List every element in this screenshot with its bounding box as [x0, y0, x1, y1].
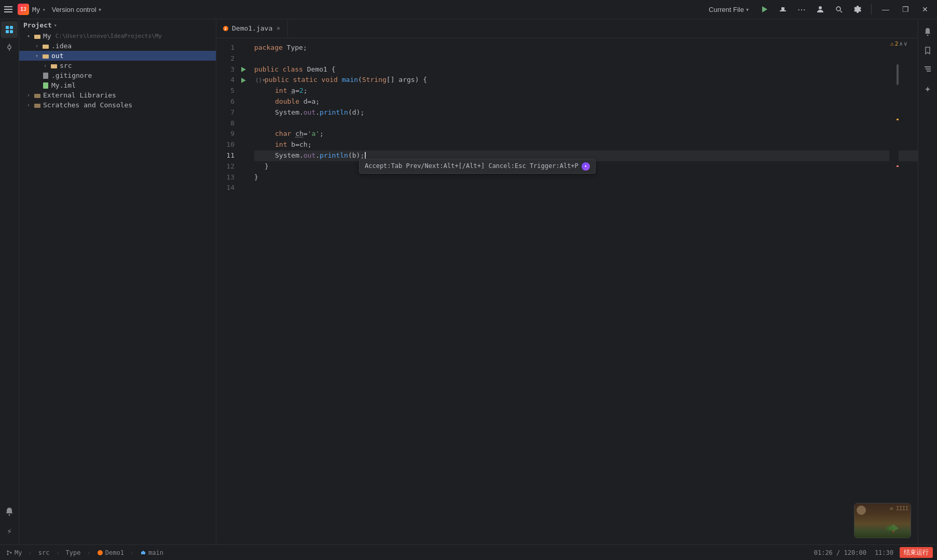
close-button[interactable]: ✕: [917, 2, 933, 17]
settings-button[interactable]: [850, 2, 865, 17]
activity-notifications[interactable]: [1, 503, 18, 520]
code-line-3: public class Demo1 {: [254, 64, 918, 75]
status-demo1[interactable]: Demo1: [95, 548, 126, 557]
tree-root-my[interactable]: ▾ My C:\Users\lenovo\IdeaProjects\My: [19, 31, 216, 41]
editor-area: J Demo1.java ✕ 1 2 3 4 5 6 7 8 9 10 11 1…: [216, 19, 918, 544]
widget-tree: [880, 522, 906, 533]
title-bar-right: Current File ▾ ⋯ — ❐ ✕: [705, 2, 933, 17]
code-line-9: char ch='a';: [254, 129, 918, 139]
tree-arrow-src: ›: [42, 63, 48, 68]
build-button[interactable]: [776, 2, 790, 17]
code-line-14: [254, 183, 918, 193]
more-actions-button[interactable]: ⋯: [794, 2, 809, 17]
code-editor[interactable]: 1 2 3 4 5 6 7 8 9 10 11 12 13 14: [216, 38, 918, 544]
line-num-9: 9: [216, 129, 235, 139]
tooltip-text: Accept:Tab Prev/Next:Alt+[/Alt+] Cancel:…: [365, 161, 578, 171]
up-arrow: ∧: [899, 40, 903, 47]
autocomplete-tooltip: Accept:Tab Prev/Next:Alt+[/Alt+] Cancel:…: [359, 159, 596, 174]
right-panel-structure[interactable]: [919, 61, 936, 77]
line-num-3: 3: [216, 64, 235, 75]
svg-rect-19: [43, 82, 48, 89]
scroll-handle[interactable]: [897, 64, 899, 85]
status-main[interactable]: main: [138, 548, 166, 557]
code-content[interactable]: package Type; public class Demo1 { ⟨⟩▾ p…: [240, 38, 918, 544]
widget-thumbnail[interactable]: ≡ IIII: [854, 503, 911, 538]
tree-item-gitignore[interactable]: .gitignore: [19, 71, 216, 80]
right-panel-notifications[interactable]: [919, 23, 936, 40]
svg-rect-29: [927, 71, 931, 72]
ai-icon: ✦: [582, 162, 590, 171]
svg-rect-58: [892, 530, 894, 533]
right-panel-bookmarks[interactable]: [919, 42, 936, 59]
editor-tab-demo1[interactable]: J Demo1.java ✕: [216, 20, 288, 38]
status-my: My: [15, 549, 22, 556]
code-line-4: public static void main(String[] args) {: [254, 75, 918, 86]
status-bar: My › src › Type › Demo1 › main 01:26 / 1…: [0, 544, 937, 560]
activity-project[interactable]: [1, 21, 18, 38]
project-label: Project: [23, 21, 52, 29]
tree-item-out[interactable]: ▾ out: [19, 51, 216, 61]
status-branch[interactable]: My: [4, 548, 24, 557]
status-main-label: main: [148, 549, 163, 556]
minimize-button[interactable]: —: [878, 2, 893, 17]
project-name[interactable]: My ▾: [32, 6, 46, 13]
line-num-14: 14: [216, 183, 235, 193]
svg-rect-2: [781, 7, 784, 10]
line-num-6: 6: [216, 96, 235, 107]
stop-run-button[interactable]: 结束运行: [900, 547, 933, 558]
run-button[interactable]: [757, 2, 771, 17]
status-type[interactable]: Type: [64, 548, 83, 557]
tab-close-demo1[interactable]: ✕: [275, 24, 281, 32]
tree-item-src[interactable]: › src: [19, 61, 216, 71]
status-position[interactable]: 01:26 / 120:00: [812, 548, 869, 557]
tree-path-my: C:\Users\lenovo\IdeaProjects\My: [56, 33, 162, 39]
tree-item-scratches[interactable]: › Scratches and Consoles: [19, 100, 216, 110]
margin-mark-1: [897, 119, 899, 120]
gutter-warnings-area: ⚠ 2 ∧ ∨: [889, 38, 899, 49]
margin-mark-2: [897, 165, 899, 167]
sidebar: Project ▾ ▾ My C:\Users\lenovo\IdeaProje…: [19, 19, 216, 544]
activity-commit[interactable]: [1, 39, 18, 55]
tree-item-external-libs[interactable]: › External Libraries: [19, 90, 216, 100]
tree-item-label-scratches: Scratches and Consoles: [43, 101, 132, 109]
tree-item-label-src: src: [60, 62, 72, 69]
maximize-button[interactable]: ❐: [898, 2, 913, 17]
svg-rect-18: [43, 73, 48, 79]
svg-rect-9: [10, 30, 13, 33]
project-dropdown-arrow: ▾: [43, 7, 46, 12]
warning-count: ⚠: [890, 40, 894, 47]
activity-plugins[interactable]: ⚡: [1, 523, 18, 539]
status-src[interactable]: src: [36, 548, 52, 557]
code-line-1: package Type;: [254, 43, 918, 53]
project-header: Project ▾: [19, 19, 216, 31]
search-everywhere-button[interactable]: [832, 2, 846, 17]
line-num-5: 5: [216, 86, 235, 96]
current-file-button[interactable]: Current File ▾: [705, 5, 753, 15]
tree-arrow-idea: ›: [34, 43, 40, 49]
hamburger-menu[interactable]: [4, 4, 15, 15]
svg-point-10: [8, 46, 11, 49]
line-num-2: 2: [216, 53, 235, 64]
line-num-13: 13: [216, 172, 235, 183]
separator: [871, 4, 872, 15]
svg-point-13: [9, 514, 10, 516]
status-time: 11:30: [873, 548, 895, 557]
svg-rect-8: [6, 30, 9, 33]
right-panel-ai[interactable]: [919, 81, 936, 98]
tree-item-label-out: out: [51, 52, 63, 60]
tree-item-myiml[interactable]: My.iml: [19, 80, 216, 90]
line-num-8: 8: [216, 118, 235, 129]
svg-point-4: [836, 7, 840, 11]
code-line-7: System.out.println(d);: [254, 107, 918, 118]
tree-item-idea[interactable]: › .idea: [19, 41, 216, 51]
svg-rect-1: [780, 10, 786, 11]
title-bar: IJ My ▾ Version control ▾ Current File ▾…: [0, 0, 937, 19]
tab-label-demo1: Demo1.java: [232, 24, 272, 32]
svg-point-53: [10, 552, 12, 553]
right-panel: [918, 19, 937, 544]
code-line-2: [254, 53, 918, 64]
svg-text:J: J: [224, 27, 226, 31]
user-button[interactable]: [813, 2, 828, 17]
svg-marker-0: [762, 6, 767, 12]
version-control-button[interactable]: Version control ▾: [49, 5, 104, 15]
